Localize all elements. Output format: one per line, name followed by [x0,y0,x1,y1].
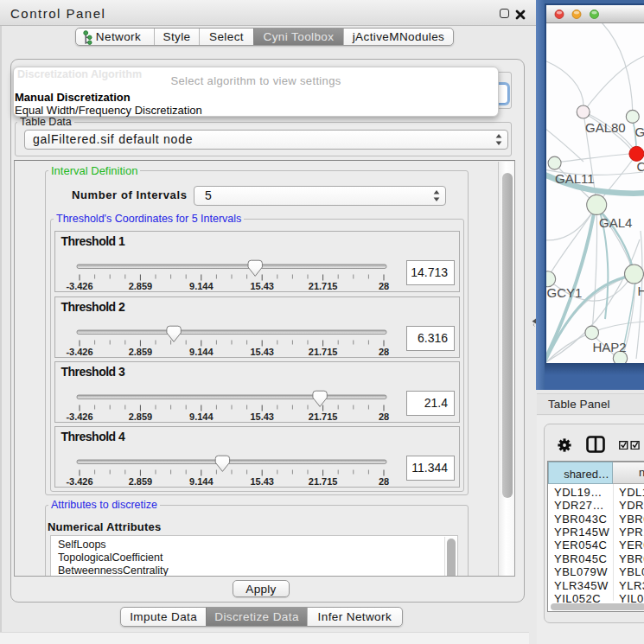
svg-text:GCY1: GCY1 [547,285,583,300]
svg-text:28: 28 [379,411,389,422]
svg-text:9.144: 9.144 [189,411,214,422]
svg-text:15.43: 15.43 [250,476,274,487]
svg-text:28: 28 [379,281,389,291]
svg-text:9.144: 9.144 [189,281,214,291]
svg-text:-3.426: -3.426 [66,411,92,422]
svg-text:2.859: 2.859 [129,476,153,487]
svg-text:2.859: 2.859 [129,281,153,291]
svg-text:-3.426: -3.426 [66,476,92,487]
svg-text:15.43: 15.43 [250,411,274,422]
svg-text:15.43: 15.43 [250,347,274,357]
svg-text:9.144: 9.144 [189,476,214,487]
svg-text:28: 28 [379,347,389,357]
svg-text:15.43: 15.43 [250,281,274,291]
svg-text:21.715: 21.715 [309,281,338,291]
svg-text:-3.426: -3.426 [66,281,92,291]
svg-text:GA: GA [635,124,644,139]
svg-text:21.715: 21.715 [309,476,338,487]
svg-text:2.859: 2.859 [129,347,153,357]
svg-text:28: 28 [379,476,389,487]
svg-text:GAL11: GAL11 [555,171,595,186]
svg-text:21.715: 21.715 [309,347,338,357]
svg-text:-3.426: -3.426 [66,347,92,357]
svg-text:HI: HI [638,284,644,298]
svg-text:9.144: 9.144 [189,347,214,357]
svg-text:HAP2: HAP2 [592,340,626,354]
svg-text:GAL4: GAL4 [599,215,632,230]
svg-text:GAL80: GAL80 [585,120,626,135]
svg-text:21.715: 21.715 [309,411,338,422]
svg-text:2.859: 2.859 [129,411,153,422]
svg-text:C: C [637,159,644,174]
